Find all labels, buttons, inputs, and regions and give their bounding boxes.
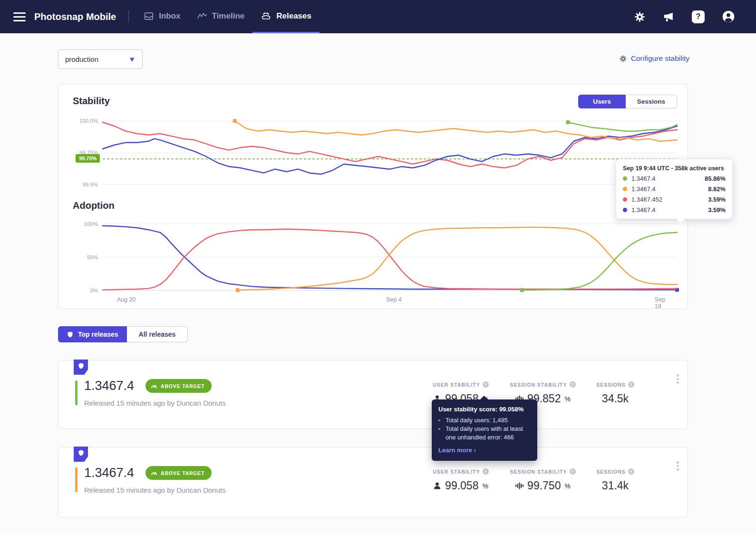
tooltip-arrow bbox=[480, 396, 488, 399]
x-tick-label: Sep 4 bbox=[386, 296, 402, 303]
release-card: 1.3467.4 ABOVE TARGET Released 15 minute… bbox=[58, 447, 688, 517]
divider bbox=[128, 10, 129, 23]
help-icon[interactable]: ? bbox=[483, 381, 489, 388]
avatar-icon bbox=[722, 10, 735, 23]
configure-stability-link[interactable]: Configure stability bbox=[619, 54, 689, 63]
learn-more-link[interactable]: Learn more › bbox=[438, 447, 476, 454]
user-avatar[interactable] bbox=[722, 10, 735, 23]
sessions-toggle-button[interactable]: Sessions bbox=[626, 95, 677, 108]
users-sessions-toggle: Users Sessions bbox=[578, 95, 677, 108]
stat-label: SESSION STABILITY bbox=[510, 469, 567, 475]
above-target-label: ABOVE TARGET bbox=[161, 470, 204, 476]
stability-y-axis: 100.0%99.75%99.5% bbox=[73, 115, 103, 191]
tooltip-arrow bbox=[676, 219, 685, 223]
adoption-chart[interactable]: 100%50%0% Aug 20Sep 4Sep 19 bbox=[73, 221, 677, 292]
help-icon[interactable]: ? bbox=[570, 468, 576, 475]
series-version: 1.3467.4 bbox=[631, 206, 708, 214]
release-flag-badge bbox=[74, 360, 88, 375]
help-icon[interactable]: ? bbox=[570, 381, 576, 388]
more-options-button[interactable] bbox=[675, 372, 681, 386]
gauge-icon bbox=[151, 383, 157, 389]
tab-label: Top releases bbox=[78, 331, 118, 338]
environment-dropdown[interactable]: production ▼ bbox=[58, 49, 143, 69]
release-meta: Released 15 minutes ago by Duncan Donuts bbox=[84, 486, 226, 494]
stability-title: Stability bbox=[73, 96, 110, 107]
more-options-button[interactable] bbox=[675, 459, 681, 473]
release-version[interactable]: 1.3467.4 bbox=[84, 466, 134, 480]
series-value: 3.59% bbox=[708, 206, 726, 214]
announcements-button[interactable] bbox=[663, 11, 675, 23]
users-toggle-button[interactable]: Users bbox=[578, 95, 626, 108]
stability-card: Stability Users Sessions 100.0%99.75%99.… bbox=[58, 84, 688, 309]
tooltip-bullet: Total daily users: 1,485 bbox=[446, 416, 531, 425]
stat-label: USER STABILITY bbox=[433, 469, 480, 475]
releases-tabs: Top releases All releases bbox=[58, 326, 188, 342]
series-dot bbox=[623, 187, 627, 191]
y-tick-label: 99.5% bbox=[82, 182, 98, 187]
series-dot bbox=[623, 208, 627, 212]
stability-plot[interactable] bbox=[103, 115, 677, 191]
inbox-icon bbox=[144, 11, 154, 21]
adoption-plot[interactable] bbox=[103, 221, 677, 292]
series-version: 1.3467.452 bbox=[631, 196, 708, 203]
x-tick-label: Sep 19 bbox=[655, 296, 669, 310]
gear-icon bbox=[619, 55, 627, 63]
nav-item-timeline[interactable]: Timeline bbox=[189, 0, 253, 33]
help-icon[interactable]: ? bbox=[628, 381, 634, 388]
configure-stability-label: Configure stability bbox=[631, 54, 689, 63]
stat-label: USER STABILITY bbox=[433, 382, 480, 388]
tab-top-releases[interactable]: Top releases bbox=[58, 326, 127, 342]
release-accent-bar bbox=[75, 380, 78, 405]
x-tick-label: Aug 20 bbox=[117, 296, 136, 303]
nav-item-label: Timeline bbox=[212, 11, 245, 21]
session-stability-stat: SESSION STABILITY ? 99.750 % bbox=[504, 468, 582, 492]
chart-tooltip: Sep 19 9:44 UTC - 358k active users 1.34… bbox=[616, 159, 733, 219]
release-accent-bar bbox=[75, 467, 78, 492]
help-icon[interactable]: ? bbox=[483, 468, 489, 475]
stat-unit: % bbox=[564, 482, 570, 490]
primary-nav: Inbox Timeline Releases bbox=[136, 0, 320, 33]
sessions-stat: SESSIONS ? 31.4k bbox=[587, 468, 644, 492]
shield-icon bbox=[67, 331, 74, 338]
sessions-stat: SESSIONS ? 34.5k bbox=[587, 381, 644, 405]
above-target-badge: ABOVE TARGET bbox=[145, 379, 212, 393]
series-version: 1.3467.4 bbox=[631, 185, 708, 193]
stat-label: SESSIONS bbox=[596, 382, 626, 388]
equalizer-icon bbox=[515, 482, 523, 490]
stability-chart[interactable]: 100.0%99.75%99.5% 99.70% bbox=[73, 115, 677, 191]
stat-unit: % bbox=[482, 482, 488, 490]
help-icon[interactable]: ? bbox=[628, 468, 634, 475]
nav-item-label: Inbox bbox=[159, 11, 180, 21]
adoption-x-axis: Aug 20Sep 4Sep 19 bbox=[103, 292, 677, 304]
release-version[interactable]: 1.3467.4 bbox=[84, 379, 134, 393]
adoption-title: Adoption bbox=[73, 200, 115, 211]
timeline-icon bbox=[197, 11, 207, 21]
tooltip-series-row: 1.3467.4 8.82% bbox=[623, 185, 726, 193]
release-main: 1.3467.4 ABOVE TARGET Released 15 minute… bbox=[84, 466, 226, 494]
y-tick-label: 0% bbox=[90, 288, 98, 293]
hamburger-menu-icon[interactable] bbox=[13, 0, 26, 33]
series-dot bbox=[623, 197, 627, 202]
release-flag-badge bbox=[74, 447, 88, 462]
stat-value: 99.750 bbox=[527, 479, 561, 492]
series-value: 3.59% bbox=[708, 196, 726, 203]
tooltip-series-row: 1.3467.4 85.86% bbox=[623, 175, 726, 182]
shield-icon bbox=[78, 449, 85, 457]
nav-item-inbox[interactable]: Inbox bbox=[136, 0, 188, 33]
series-value: 85.86% bbox=[705, 175, 726, 182]
tab-all-releases[interactable]: All releases bbox=[127, 326, 188, 342]
stat-label: SESSIONS bbox=[596, 469, 626, 475]
series-version: 1.3467.4 bbox=[631, 175, 705, 182]
shield-icon bbox=[78, 362, 85, 370]
app-root: Photosnap Mobile Inbox Timeline bbox=[0, 0, 756, 535]
settings-button[interactable] bbox=[634, 11, 646, 23]
stat-value: 31.4k bbox=[602, 479, 629, 492]
help-button[interactable]: ? bbox=[692, 10, 705, 23]
nav-item-releases[interactable]: Releases bbox=[252, 0, 320, 33]
tooltip-series-row: 1.3467.4 3.59% bbox=[623, 206, 726, 214]
release-main: 1.3467.4 ABOVE TARGET Released 15 minute… bbox=[84, 379, 226, 407]
nav-item-label: Releases bbox=[276, 11, 311, 21]
y-tick-label: 100.0% bbox=[79, 118, 98, 124]
stat-value: 34.5k bbox=[602, 392, 629, 405]
release-stats: USER STABILITY ? 99.058 % SESSION STABIL… bbox=[423, 468, 644, 492]
